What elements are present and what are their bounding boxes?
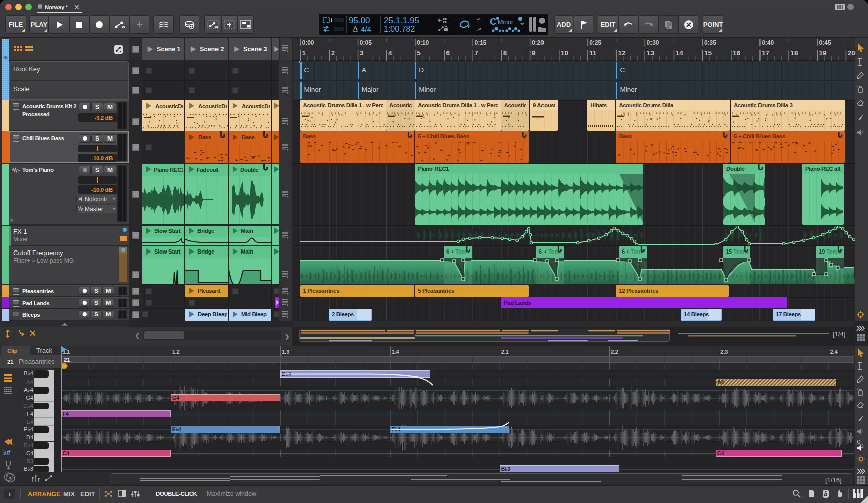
svg-text:w: w [121, 24, 125, 29]
svg-text:A4: A4 [717, 379, 724, 385]
svg-text:w: w [214, 24, 218, 29]
